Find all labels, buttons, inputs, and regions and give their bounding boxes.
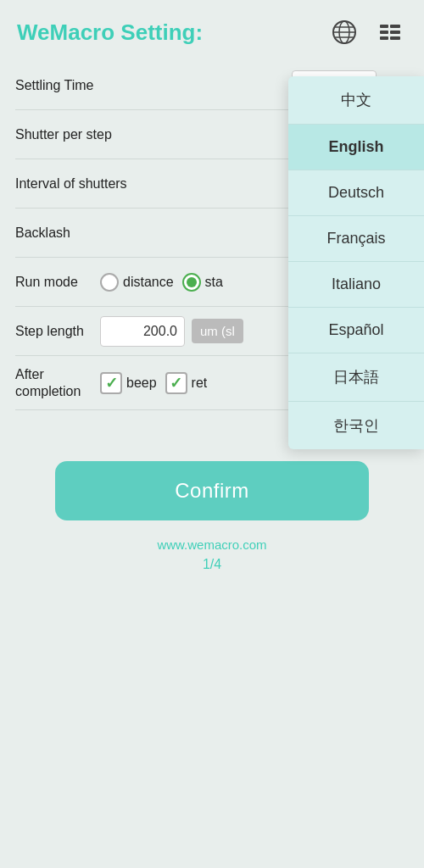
lang-item-ja[interactable]: 日本語 [288, 353, 424, 402]
step-length-input[interactable] [100, 316, 185, 347]
after-completion-label: Aftercompletion [15, 366, 100, 398]
menu-icon [377, 19, 403, 45]
app-title: WeMacro Setting: [17, 19, 203, 46]
backlash-label: Backlash [15, 225, 292, 241]
ret-label: ret [192, 376, 208, 391]
beep-label: beep [126, 376, 157, 391]
run-mode-distance-option[interactable]: distance [100, 273, 174, 292]
step-length-label: Step length [15, 324, 100, 339]
beep-option[interactable]: beep [100, 372, 157, 394]
lang-item-it[interactable]: Italiano [288, 262, 424, 308]
lang-item-fr[interactable]: Français [288, 216, 424, 262]
shutter-per-step-label: Shutter per step [15, 127, 292, 142]
beep-checkbox[interactable] [100, 372, 122, 394]
ret-checkbox[interactable] [165, 372, 187, 394]
globe-icon [331, 19, 358, 46]
lang-item-en[interactable]: English [288, 125, 424, 170]
confirm-button[interactable]: Confirm [55, 461, 369, 520]
lang-item-de[interactable]: Deutsch [288, 170, 424, 216]
settling-time-label: Settling Time [15, 78, 292, 93]
run-mode-steps-option[interactable]: sta [182, 273, 223, 292]
svg-rect-6 [390, 25, 400, 28]
header-icons [327, 15, 407, 49]
lang-item-es[interactable]: Español [288, 308, 424, 353]
svg-rect-10 [390, 36, 400, 40]
menu-button[interactable] [373, 15, 407, 49]
run-mode-steps-label: sta [205, 275, 223, 290]
footer: www.wemacro.com 1/4 [0, 537, 424, 572]
svg-rect-7 [380, 31, 388, 34]
footer-url: www.wemacro.com [0, 537, 424, 552]
lang-item-zh[interactable]: 中文 [288, 76, 424, 125]
step-length-unit: um (sl [192, 319, 243, 343]
interval-shutters-label: Interval of shutters [15, 176, 292, 192]
svg-rect-8 [390, 31, 400, 34]
ret-option[interactable]: ret [165, 372, 208, 394]
header: WeMacro Setting: [0, 0, 424, 61]
language-dropdown: 中文EnglishDeutschFrançaisItalianoEspañol日… [288, 76, 424, 449]
svg-rect-9 [380, 36, 388, 40]
run-mode-distance-radio[interactable] [100, 273, 119, 292]
run-mode-distance-label: distance [123, 275, 174, 290]
globe-button[interactable] [327, 15, 361, 49]
run-mode-label: Run mode [15, 275, 100, 290]
svg-rect-5 [380, 25, 388, 28]
lang-item-ko[interactable]: 한국인 [288, 402, 424, 449]
run-mode-steps-radio[interactable] [182, 273, 201, 292]
footer-page: 1/4 [0, 557, 424, 572]
